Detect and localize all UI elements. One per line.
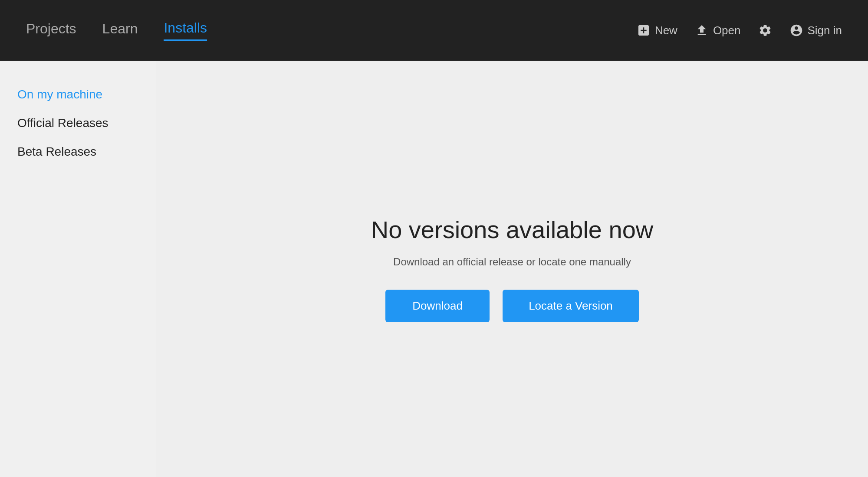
nav-item-installs[interactable]: Installs [164, 20, 207, 41]
action-buttons: Download Locate a Version [385, 290, 639, 322]
open-icon [695, 23, 709, 37]
nav-item-learn[interactable]: Learn [102, 21, 138, 40]
open-button[interactable]: Open [695, 23, 741, 37]
page-subtitle: Download an official release or locate o… [393, 256, 631, 268]
sidebar-item-on-my-machine[interactable]: On my machine [17, 82, 139, 107]
content-area: No versions available now Download an of… [156, 61, 868, 477]
signin-button[interactable]: Sign in [789, 23, 842, 37]
new-button[interactable]: New [637, 23, 677, 37]
navbar: Projects Learn Installs New Open [0, 0, 868, 61]
sidebar-item-official-releases[interactable]: Official Releases [17, 111, 139, 135]
sidebar-item-beta-releases[interactable]: Beta Releases [17, 140, 139, 164]
nav-right: New Open Sign in [637, 23, 842, 37]
nav-left: Projects Learn Installs [26, 20, 637, 41]
main-container: On my machine Official Releases Beta Rel… [0, 61, 868, 477]
download-button[interactable]: Download [385, 290, 490, 322]
page-title: No versions available now [371, 216, 654, 244]
new-icon [637, 23, 651, 37]
open-label: Open [713, 24, 741, 37]
signin-label: Sign in [808, 24, 842, 37]
user-icon [789, 23, 803, 37]
new-label: New [655, 24, 677, 37]
sidebar: On my machine Official Releases Beta Rel… [0, 61, 156, 477]
gear-icon [758, 23, 772, 37]
settings-button[interactable] [758, 23, 772, 37]
locate-version-button[interactable]: Locate a Version [503, 290, 639, 322]
nav-item-projects[interactable]: Projects [26, 21, 76, 40]
